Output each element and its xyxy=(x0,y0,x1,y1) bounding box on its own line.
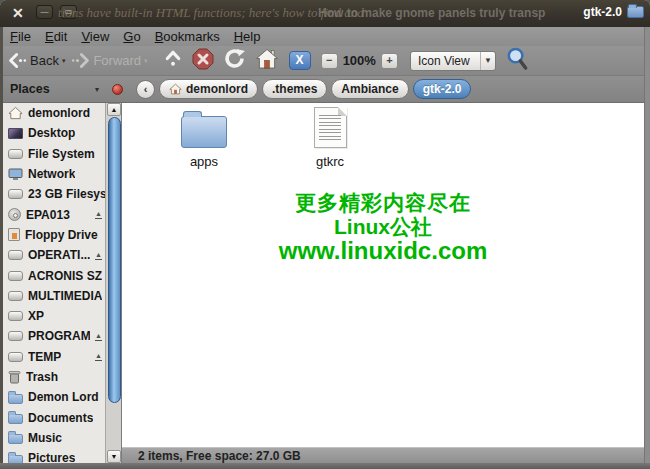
zoom-out-button[interactable]: − xyxy=(321,53,338,69)
drive-icon xyxy=(8,149,23,159)
folder-icon xyxy=(181,116,227,148)
sidebar-item-network[interactable]: Network xyxy=(3,164,105,184)
breadcrumb-label: gtk-2.0 xyxy=(423,82,462,96)
drive-icon xyxy=(8,250,23,260)
minimize-window-icon[interactable]: — xyxy=(36,5,53,19)
sidebar-item-label: Pictures xyxy=(28,451,75,463)
status-bar: 2 items, Free space: 27.0 GB xyxy=(122,447,644,463)
eject-icon[interactable]: ▲ xyxy=(95,251,102,260)
breadcrumb-label: demonlord xyxy=(186,82,248,96)
menu-view[interactable]: View xyxy=(81,29,109,44)
window-left-border xyxy=(0,27,3,463)
forward-button[interactable]: Forward ▾ xyxy=(71,52,147,69)
search-button[interactable] xyxy=(506,46,529,75)
sidebar-item-trash[interactable]: Trash xyxy=(3,367,105,387)
folder-icon xyxy=(8,414,23,424)
sidebar-item-xp[interactable]: XP xyxy=(3,306,105,326)
sidebar-item-label: Desktop xyxy=(28,126,75,140)
sidebar-item-label: PROGRAMS xyxy=(28,329,90,343)
breadcrumb-gtk-2-0[interactable]: gtk-2.0 xyxy=(413,79,472,99)
scrollbar-thumb[interactable] xyxy=(108,117,121,403)
view-mode-select[interactable]: Icon View ▼ xyxy=(410,51,496,71)
sidebar-item-music[interactable]: Music xyxy=(3,428,105,448)
watermark: 更多精彩内容尽在 Linux公社 www.linuxidc.com xyxy=(122,191,644,265)
sidebar-item-acronis-sz[interactable]: ACRONIS SZ xyxy=(3,265,105,285)
file-name: gtkrc xyxy=(316,154,344,169)
desktop-icon xyxy=(8,128,23,139)
stop-icon xyxy=(192,48,214,70)
sidebar-item-epa013[interactable]: EPA013 ▲ xyxy=(3,204,105,224)
sidebar-item-file-system[interactable]: File System xyxy=(3,144,105,164)
places-dropdown[interactable]: Places xyxy=(10,82,50,96)
zoom-in-button[interactable]: + xyxy=(381,53,398,69)
sidebar-item-documents[interactable]: Documents xyxy=(3,407,105,427)
sidebar-item-label: XP xyxy=(28,309,44,323)
window-bottom-border xyxy=(0,463,650,469)
sidebar-scrollbar[interactable]: ▲ ▼ xyxy=(105,103,121,463)
sidebar-item-label: ACRONIS SZ xyxy=(28,269,102,283)
zoom-level: 100% xyxy=(343,53,376,68)
breadcrumb-scroll-left-button[interactable]: ‹ xyxy=(136,80,155,99)
sidebar-item-label: Network xyxy=(28,167,75,181)
sidebar-item-label: 23 GB Filesys... xyxy=(28,187,105,201)
breadcrumb-home[interactable]: demonlord xyxy=(159,79,258,99)
home-icon xyxy=(169,83,182,95)
chevron-down-icon: ▼ xyxy=(480,52,495,70)
up-arrow-icon xyxy=(164,49,182,68)
sidebar-item-multimedia[interactable]: MULTIMEDIA xyxy=(3,286,105,306)
watermark-line-1: 更多精彩内容尽在 xyxy=(122,191,644,215)
breadcrumb-ambiance[interactable]: Ambiance xyxy=(331,79,408,99)
sidebar-item-floppy-drive[interactable]: Floppy Drive xyxy=(3,225,105,245)
menu-bar: File Edit View Go Bookmarks Help xyxy=(0,27,650,46)
sidebar-item-demonlord[interactable]: demonlord xyxy=(3,103,105,123)
sidebar-item-desktop[interactable]: Desktop xyxy=(3,123,105,143)
menu-file[interactable]: File xyxy=(10,29,31,44)
menu-help[interactable]: Help xyxy=(234,29,261,44)
sidebar-item-operati[interactable]: OPERATI... ▲ xyxy=(3,245,105,265)
reload-button[interactable] xyxy=(224,48,245,73)
forward-dropdown-icon[interactable]: ▾ xyxy=(144,57,148,65)
file-item-gtkrc[interactable]: gtkrc xyxy=(282,107,378,169)
sidebar-item-programs[interactable]: PROGRAMS ▲ xyxy=(3,326,105,346)
places-caret-icon[interactable]: ▾ xyxy=(95,85,99,94)
scroll-up-icon[interactable]: ▲ xyxy=(107,103,121,116)
folder-icon xyxy=(8,394,23,404)
sidebar-item-23gb-filesystem[interactable]: 23 GB Filesys... xyxy=(3,184,105,204)
nautilus-window: ✕ — ▭ tions have built-in HTML functions… xyxy=(0,0,650,469)
window-title: gtk-2.0 xyxy=(583,5,622,19)
back-button[interactable]: Back ▾ xyxy=(8,52,65,69)
close-window-icon[interactable]: ✕ xyxy=(12,4,24,22)
window-folder-icon xyxy=(627,6,644,18)
back-dropdown-icon[interactable]: ▾ xyxy=(62,57,66,65)
sidebar-item-temp[interactable]: TEMP ▲ xyxy=(3,347,105,367)
eject-icon[interactable]: ▲ xyxy=(95,210,102,219)
toolbar: Back ▾ Forward ▾ X − 100% + Icon View ▼ xyxy=(0,46,650,76)
scroll-down-icon[interactable]: ▼ xyxy=(107,450,121,463)
text-lines xyxy=(319,115,341,142)
menu-bookmarks[interactable]: Bookmarks xyxy=(155,29,220,44)
menu-go[interactable]: Go xyxy=(123,29,140,44)
menu-edit[interactable]: Edit xyxy=(45,29,67,44)
home-button[interactable] xyxy=(255,48,279,73)
sidebar-item-label: EPA013 xyxy=(26,208,70,222)
file-view[interactable]: apps gtkrc 更多精彩内容尽在 Linux公社 www.linuxidc… xyxy=(122,103,644,447)
view-mode-value: Icon View xyxy=(411,54,480,68)
sidebar-item-demon-lord[interactable]: Demon Lord xyxy=(3,387,105,407)
eject-icon[interactable]: ▲ xyxy=(95,332,102,341)
breadcrumb-themes[interactable]: .themes xyxy=(262,79,327,99)
stop-button[interactable] xyxy=(192,48,214,74)
file-name: apps xyxy=(190,154,218,169)
eject-icon[interactable]: ▲ xyxy=(95,352,102,361)
trash-icon xyxy=(8,370,21,384)
up-button[interactable] xyxy=(164,49,182,72)
sidebar-item-label: TEMP xyxy=(28,350,61,364)
title-bar: ✕ — ▭ tions have built-in HTML functions… xyxy=(0,0,650,27)
sidebar-close-icon[interactable] xyxy=(112,84,123,95)
location-bar: Places ▾ ‹ demonlord .themes Ambiance gt… xyxy=(0,76,650,103)
sidebar-item-pictures[interactable]: Pictures xyxy=(3,448,105,463)
places-sidebar: demonlord Desktop File System Network 23… xyxy=(3,103,105,463)
sidebar-item-label: demonlord xyxy=(28,106,90,120)
breadcrumb-label: .themes xyxy=(272,82,317,96)
computer-button[interactable]: X xyxy=(289,51,311,70)
file-item-apps[interactable]: apps xyxy=(156,109,252,169)
